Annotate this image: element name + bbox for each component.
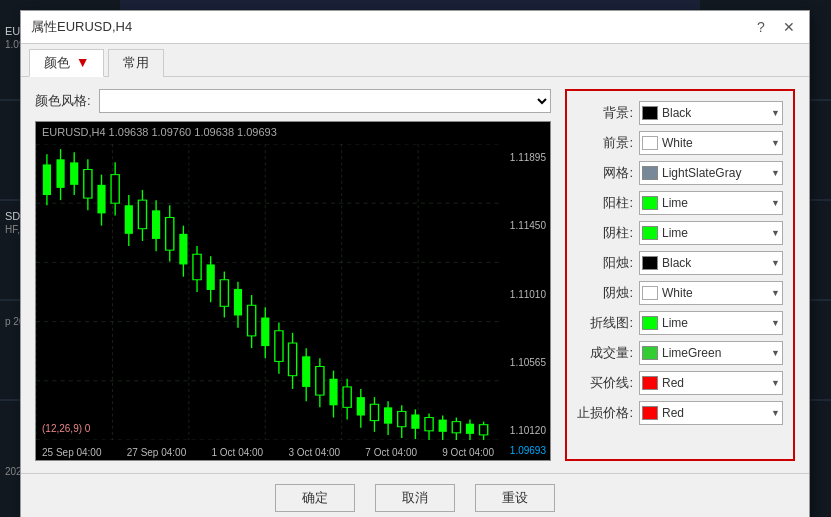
- dialog-footer: 确定 取消 重设: [21, 473, 809, 517]
- svg-rect-38: [97, 185, 105, 214]
- tab-arrow-icon: ▼: [76, 54, 90, 70]
- svg-rect-52: [193, 254, 201, 280]
- dropdown-arrow-bullcandle: ▼: [771, 258, 780, 268]
- color-swatch-linechart: [642, 316, 658, 330]
- svg-rect-80: [384, 407, 392, 423]
- dialog-body: 颜色风格: EURUSD,H4 1.09638 1.09760 1.09638 …: [21, 77, 809, 473]
- time-labels: 25 Sep 04:00 27 Sep 04:00 1 Oct 04:00 3 …: [36, 447, 500, 458]
- prop-select-inner-grid: LightSlateGray: [642, 166, 769, 180]
- ma-label: (12,26,9) 0: [42, 423, 90, 434]
- svg-rect-36: [84, 170, 92, 199]
- reset-button[interactable]: 重设: [475, 484, 555, 512]
- prop-select-inner-bullcandle: Black: [642, 256, 769, 270]
- prop-row-bullcandle: 阳烛: Black ▼: [577, 251, 783, 275]
- prop-label-bullcandle: 阳烛:: [577, 254, 633, 272]
- cancel-button[interactable]: 取消: [375, 484, 455, 512]
- titlebar-buttons: ? ✕: [751, 17, 799, 37]
- price-label-3: 1.11010: [510, 289, 546, 300]
- svg-rect-94: [480, 425, 488, 435]
- tab-bar: 颜色 ▼ 常用: [21, 44, 809, 77]
- prop-select-bullbar[interactable]: Lime ▼: [639, 191, 783, 215]
- svg-rect-40: [111, 175, 119, 204]
- prop-select-bearcandle[interactable]: White ▼: [639, 281, 783, 305]
- time-label-5: 7 Oct 04:00: [365, 447, 417, 458]
- dropdown-arrow-stoploss: ▼: [771, 408, 780, 418]
- prop-select-inner-bearbar: Lime: [642, 226, 769, 240]
- prop-select-linechart[interactable]: Lime ▼: [639, 311, 783, 335]
- svg-rect-90: [452, 422, 460, 433]
- svg-rect-58: [234, 289, 242, 316]
- svg-rect-62: [261, 318, 269, 347]
- color-swatch-askprice: [642, 376, 658, 390]
- color-style-select[interactable]: [99, 89, 551, 113]
- svg-rect-30: [43, 164, 51, 195]
- prop-select-inner-volume: LimeGreen: [642, 346, 769, 360]
- help-button[interactable]: ?: [751, 17, 771, 37]
- prop-row-askprice: 买价线: Red ▼: [577, 371, 783, 395]
- prop-select-inner-background: Black: [642, 106, 769, 120]
- price-label-2: 1.11450: [510, 220, 546, 231]
- prop-select-inner-bearcandle: White: [642, 286, 769, 300]
- color-swatch-background: [642, 106, 658, 120]
- prop-select-askprice[interactable]: Red ▼: [639, 371, 783, 395]
- svg-rect-92: [466, 424, 474, 434]
- dropdown-arrow-bullbar: ▼: [771, 198, 780, 208]
- prop-select-bearbar[interactable]: Lime ▼: [639, 221, 783, 245]
- svg-rect-84: [411, 414, 419, 428]
- prop-label-background: 背景:: [577, 104, 633, 122]
- prop-select-inner-stoploss: Red: [642, 406, 769, 420]
- time-label-4: 3 Oct 04:00: [288, 447, 340, 458]
- prop-select-text-foreground: White: [662, 136, 693, 150]
- color-swatch-bullbar: [642, 196, 658, 210]
- svg-rect-44: [138, 200, 146, 229]
- dropdown-arrow-bearcandle: ▼: [771, 288, 780, 298]
- dialog-title: 属性EURUSD,H4: [31, 18, 132, 36]
- color-swatch-stoploss: [642, 406, 658, 420]
- tab-common[interactable]: 常用: [108, 49, 164, 77]
- prop-select-text-bearbar: Lime: [662, 226, 688, 240]
- prop-select-foreground[interactable]: White ▼: [639, 131, 783, 155]
- svg-rect-32: [56, 159, 64, 188]
- prop-select-bullcandle[interactable]: Black ▼: [639, 251, 783, 275]
- tab-color[interactable]: 颜色 ▼: [29, 49, 104, 77]
- prop-row-linechart: 折线图: Lime ▼: [577, 311, 783, 335]
- prop-select-grid[interactable]: LightSlateGray ▼: [639, 161, 783, 185]
- color-swatch-bullcandle: [642, 256, 658, 270]
- prop-select-volume[interactable]: LimeGreen ▼: [639, 341, 783, 365]
- prop-label-grid: 网格:: [577, 164, 633, 182]
- prop-select-stoploss[interactable]: Red ▼: [639, 401, 783, 425]
- dropdown-arrow-volume: ▼: [771, 348, 780, 358]
- prop-row-stoploss: 止损价格: Red ▼: [577, 401, 783, 425]
- dropdown-arrow-askprice: ▼: [771, 378, 780, 388]
- color-style-row: 颜色风格:: [35, 89, 551, 113]
- svg-rect-56: [220, 280, 228, 307]
- dialog-titlebar: 属性EURUSD,H4 ? ✕: [21, 11, 809, 44]
- prop-label-askprice: 买价线:: [577, 374, 633, 392]
- prop-select-text-volume: LimeGreen: [662, 346, 721, 360]
- color-swatch-foreground: [642, 136, 658, 150]
- prop-row-bullbar: 阳柱: Lime ▼: [577, 191, 783, 215]
- svg-rect-42: [125, 205, 133, 234]
- dropdown-arrow-background: ▼: [771, 108, 780, 118]
- prop-select-inner-bullbar: Lime: [642, 196, 769, 210]
- close-button[interactable]: ✕: [779, 17, 799, 37]
- color-style-label: 颜色风格:: [35, 92, 91, 110]
- prop-select-text-bullbar: Lime: [662, 196, 688, 210]
- svg-rect-34: [70, 162, 78, 184]
- svg-rect-66: [288, 343, 296, 376]
- color-swatch-grid: [642, 166, 658, 180]
- prop-select-text-linechart: Lime: [662, 316, 688, 330]
- prop-select-background[interactable]: Black ▼: [639, 101, 783, 125]
- time-label-6: 9 Oct 04:00: [442, 447, 494, 458]
- confirm-button[interactable]: 确定: [275, 484, 355, 512]
- prop-row-bearcandle: 阴烛: White ▼: [577, 281, 783, 305]
- svg-rect-74: [343, 387, 351, 407]
- color-swatch-bearbar: [642, 226, 658, 240]
- time-label-3: 1 Oct 04:00: [211, 447, 263, 458]
- svg-rect-60: [248, 305, 256, 336]
- svg-rect-72: [329, 379, 337, 406]
- svg-rect-54: [207, 264, 215, 290]
- svg-rect-76: [357, 397, 365, 415]
- prop-select-text-bearcandle: White: [662, 286, 693, 300]
- price-label-4: 1.10565: [510, 357, 546, 368]
